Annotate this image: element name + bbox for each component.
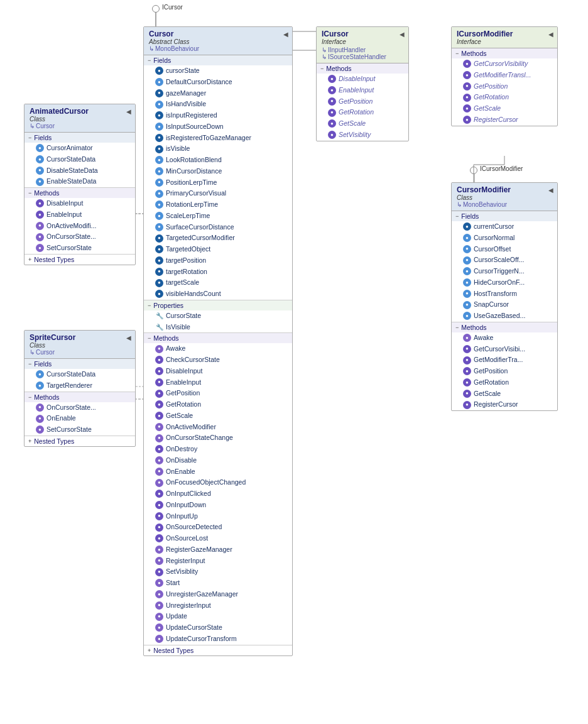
- field-icon: ●: [36, 144, 44, 152]
- cursor-nested-expand[interactable]: +: [148, 647, 151, 654]
- cursormodifier-methods-header[interactable]: − Methods: [452, 322, 557, 332]
- cursor-fields-section: − Fields ●cursorState ●DefaultCursorDist…: [144, 55, 292, 300]
- method-icon: ●: [463, 356, 471, 365]
- spritecursor-fields-header[interactable]: − Fields: [24, 359, 135, 369]
- animatedcursor-nested-types[interactable]: + Nested Types: [24, 255, 135, 265]
- field-icon: ●: [155, 101, 163, 109]
- icursormodifier-collapse[interactable]: ◀: [548, 31, 553, 38]
- field-icon: ●: [155, 268, 163, 276]
- animatedcursor-field-disableStateData: ●DisableStateData: [24, 165, 135, 177]
- method-icon: ●: [328, 109, 336, 117]
- cursormodifier-collapse[interactable]: ◀: [548, 187, 553, 194]
- field-icon: ●: [463, 256, 471, 265]
- cursor-method-onCursorStateChange: ●OnCursorStateChange: [144, 432, 292, 444]
- field-icon: ●: [36, 381, 44, 390]
- cursor-properties-expand[interactable]: −: [148, 302, 151, 309]
- spritecursor-nested-section: + Nested Types: [24, 436, 135, 446]
- property-icon: 🔧: [155, 323, 163, 331]
- cursormodifier-methods-section: − Methods ●Awake ●GetCursorVisibi... ●Ge…: [452, 322, 557, 410]
- method-icon: ●: [36, 211, 44, 219]
- field-icon: ●: [155, 190, 163, 198]
- cursor-method-unregisterInput: ●UnregisterInput: [144, 600, 292, 612]
- spritecursor-field-targetRenderer: ●TargetRenderer: [24, 380, 135, 392]
- spritecursor-fields-section: − Fields ●CursorStateData ●TargetRendere…: [24, 359, 135, 392]
- cursormodifier-header: CursorModifier Class ↳ MonoBehaviour ◀: [452, 183, 557, 211]
- cursormodifier-fields-header[interactable]: − Fields: [452, 211, 557, 221]
- animatedcursor-collapse[interactable]: ◀: [126, 108, 131, 115]
- cursormodifier-field-cursorTriggerN: ●CursorTriggerN...: [452, 266, 557, 277]
- animatedcursor-title: AnimatedCursor: [30, 107, 89, 116]
- cursormodifier-method-getCursorVisibi: ●GetCursorVisibi...: [452, 344, 557, 355]
- cursormodifier-method-getModifierTra: ●GetModifierTra...: [452, 354, 557, 366]
- method-icon: ●: [155, 557, 163, 565]
- method-icon: ●: [155, 635, 163, 643]
- cursor-nested-types[interactable]: + Nested Types: [144, 645, 292, 655]
- method-icon: ●: [155, 356, 163, 364]
- cursor-methods-expand[interactable]: −: [148, 335, 151, 341]
- spritecursor-parent: ↳ Cursor: [30, 349, 75, 356]
- cursor-collapse[interactable]: ◀: [283, 31, 288, 38]
- icursor-collapse[interactable]: ◀: [400, 31, 405, 38]
- spritecursor-stereotype: Class: [30, 342, 75, 349]
- cursor-fields-expand[interactable]: −: [148, 57, 151, 63]
- animatedcursor-field-cursorAnimator: ●CursorAnimator: [24, 143, 135, 154]
- cursor-method-disableInput: ●DisableInput: [144, 366, 292, 377]
- icursor-methods-header[interactable]: − Methods: [317, 63, 408, 74]
- cursormodifier-field-cursorNormal: ●CursorNormal: [452, 233, 557, 244]
- spritecursor-methods-header[interactable]: − Methods: [24, 392, 135, 402]
- method-icon: ●: [36, 233, 44, 241]
- icursormodifier-method-registerCursor: ●RegisterCursor: [452, 114, 557, 126]
- cursor-method-getRotation: ●GetRotation: [144, 399, 292, 410]
- cursor-stereotype: Abstract Class: [149, 38, 199, 45]
- cursormodifier-fields-section: − Fields ●currentCursor ●CursorNormal ●C…: [452, 211, 557, 322]
- cursor-properties-list: 🔧CursorState 🔧IsVisible: [144, 310, 292, 333]
- field-icon: ●: [155, 89, 163, 97]
- icursor-label-above-cursor: ICursor: [162, 4, 183, 11]
- method-icon: ●: [155, 412, 163, 420]
- icursormodifier-box: ICursorModifier Interface ◀ − Methods ●G…: [451, 26, 558, 126]
- cursormodifier-method-getScale: ●GetScale: [452, 388, 557, 400]
- method-icon: ●: [328, 75, 336, 83]
- field-icon: ●: [155, 145, 163, 153]
- method-icon: ●: [155, 434, 163, 442]
- icursormodifier-circle-above: [470, 167, 477, 174]
- cursor-method-onDestroy: ●OnDestroy: [144, 444, 292, 455]
- cursor-field-targetPosition: ●targetPosition: [144, 255, 292, 266]
- cursor-field-primaryCursorVisual: ●PrimaryCursorVisual: [144, 188, 292, 199]
- icursormodifier-method-getScale: ●GetScale: [452, 103, 557, 114]
- cursor-properties-header[interactable]: − Properties: [144, 300, 292, 310]
- cursor-methods-header[interactable]: − Methods: [144, 333, 292, 343]
- cursor-fields-header[interactable]: − Fields: [144, 55, 292, 65]
- animatedcursor-box: AnimatedCursor Class ↳ Cursor ◀ − Fields…: [24, 104, 136, 265]
- method-icon: ●: [328, 119, 336, 128]
- animatedcursor-fields-header[interactable]: − Fields: [24, 133, 135, 143]
- cursor-header: Cursor Abstract Class ↳ MonoBehaviour ◀: [144, 27, 292, 55]
- animatedcursor-methods-header[interactable]: − Methods: [24, 188, 135, 198]
- animatedcursor-method-enableInput: ●EnableInput: [24, 209, 135, 221]
- field-icon: ●: [155, 134, 163, 142]
- cursormodifier-field-useGazeBased: ●UseGazeBased...: [452, 310, 557, 322]
- method-icon: ●: [155, 456, 163, 464]
- icursormodifier-methods-header[interactable]: − Methods: [452, 48, 557, 58]
- spritecursor-method-onCursorState: ●OnCursorState...: [24, 402, 135, 414]
- cursormodifier-field-hostTransform: ●HostTransform: [452, 288, 557, 300]
- cursor-field-lookRotationBlend: ●LookRotationBlend: [144, 155, 292, 166]
- field-icon: ●: [155, 78, 163, 86]
- icursor-box: ICursor Interface ↳ IInputHandler ↳ ISou…: [316, 26, 409, 141]
- field-icon: ●: [463, 312, 471, 320]
- cursor-method-enableInput: ●EnableInput: [144, 377, 292, 388]
- spritecursor-collapse[interactable]: ◀: [126, 334, 131, 341]
- animatedcursor-method-setCursorState: ●SetCursorState: [24, 243, 135, 254]
- field-icon: ●: [36, 178, 44, 186]
- method-icon: ●: [155, 390, 163, 398]
- cursor-method-update: ●Update: [144, 611, 292, 622]
- icursor-method-getScale: ●GetScale: [317, 118, 408, 129]
- cursor-field-isRegisteredToGazeManager: ●isRegisteredToGazeManager: [144, 133, 292, 144]
- field-icon: ●: [36, 155, 44, 163]
- cursormodifier-stereotype: Class: [457, 194, 511, 201]
- field-icon: ●: [155, 256, 163, 265]
- method-icon: ●: [155, 590, 163, 598]
- cursor-nested-types-section: + Nested Types: [144, 645, 292, 655]
- method-icon: ●: [463, 378, 471, 387]
- spritecursor-nested-types[interactable]: + Nested Types: [24, 436, 135, 446]
